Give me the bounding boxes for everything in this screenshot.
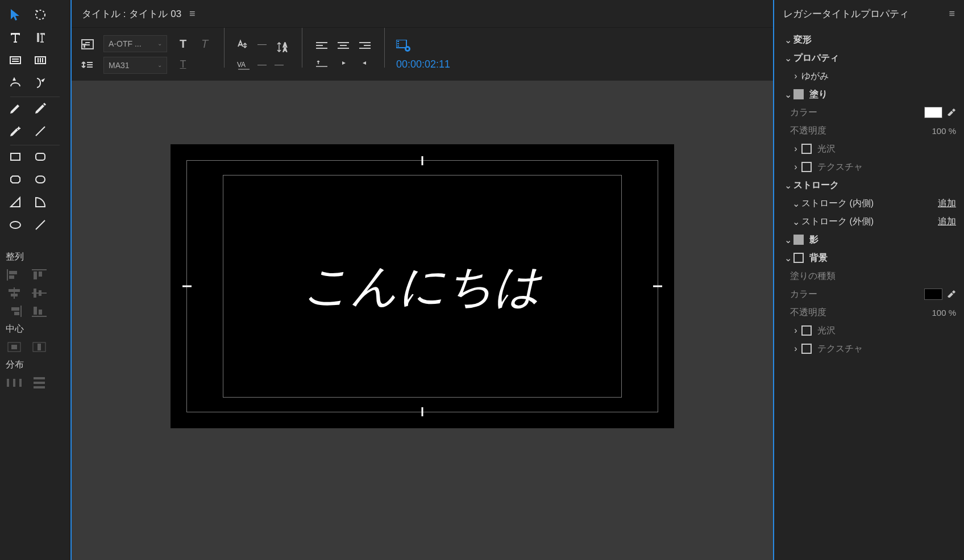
bg-texture-label[interactable]: テクスチャ (817, 343, 956, 355)
bg-opacity-value[interactable]: 100 % (932, 308, 956, 317)
vertical-area-type-tool[interactable] (30, 51, 51, 69)
line2-tool[interactable] (30, 216, 51, 234)
rotate-tool[interactable] (30, 6, 51, 24)
gloss-label[interactable]: 光沢 (817, 143, 956, 155)
pen-tool[interactable] (5, 99, 26, 118)
font-style-select[interactable]: MA31⌄ (103, 57, 167, 74)
shadow-checkbox[interactable] (793, 235, 804, 245)
ellipse-tool[interactable] (5, 216, 26, 234)
fill-checkbox[interactable] (793, 89, 804, 99)
add-outer-stroke[interactable]: 追加 (938, 216, 956, 228)
rounded-rect-tool[interactable] (30, 148, 51, 166)
chevron-down-icon[interactable]: ⌄ (790, 216, 801, 227)
background-label[interactable]: 背景 (809, 252, 956, 264)
panel-menu-icon[interactable]: ≡ (189, 8, 196, 20)
distribute-v-icon[interactable] (31, 377, 48, 389)
text-align-right-icon[interactable] (357, 40, 373, 52)
show-video-icon[interactable] (396, 38, 412, 54)
align-top-icon[interactable] (31, 269, 48, 281)
underline-icon[interactable]: T (175, 57, 191, 73)
smooth-pen-tool[interactable] (30, 99, 51, 118)
align-left-icon[interactable] (6, 269, 23, 281)
font-family-select[interactable]: A-OTF ...⌄ (103, 35, 167, 52)
center-h-icon[interactable] (6, 341, 23, 353)
rectangle-tool[interactable] (5, 148, 26, 166)
eyedropper-icon[interactable] (947, 107, 956, 118)
svg-rect-18 (39, 290, 41, 296)
leading-value[interactable]: — (275, 60, 284, 70)
center-v-icon[interactable] (31, 341, 48, 353)
transform-label[interactable]: 変形 (793, 34, 956, 46)
wedge-tool[interactable] (5, 193, 26, 211)
selection-tool[interactable] (5, 6, 26, 24)
align-vcenter-icon[interactable] (31, 287, 48, 299)
template-icon[interactable]: T (80, 36, 95, 52)
vertical-type-tool[interactable] (30, 28, 51, 47)
tab-left-icon[interactable] (335, 57, 351, 69)
distribute-h-icon[interactable] (6, 377, 23, 389)
chevron-down-icon[interactable]: ⌄ (790, 198, 801, 209)
tab-right-icon[interactable] (357, 57, 373, 69)
gloss-checkbox[interactable] (801, 144, 812, 154)
chevron-down-icon[interactable]: ⌄ (782, 53, 793, 64)
chevron-right-icon[interactable]: › (790, 144, 801, 154)
rounded-rect2-tool[interactable] (30, 170, 51, 189)
texture-checkbox[interactable] (801, 162, 812, 172)
roll-crawl-icon[interactable] (80, 57, 95, 73)
vertical-path-type-tool[interactable] (30, 74, 51, 92)
chevron-down-icon[interactable]: ⌄ (782, 180, 793, 191)
stroke-label[interactable]: ストローク (793, 179, 956, 191)
align-right-icon[interactable] (6, 305, 23, 317)
align-bottom-icon[interactable] (31, 305, 48, 317)
svg-rect-43 (397, 45, 399, 47)
font-size-icon[interactable] (236, 36, 252, 52)
svg-rect-4 (36, 153, 45, 160)
leading-icon[interactable]: AA (275, 39, 290, 55)
fill-color-swatch[interactable] (924, 107, 942, 118)
tab-icon[interactable] (314, 57, 330, 69)
clipped-rect-tool[interactable] (5, 170, 26, 189)
chevron-down-icon[interactable]: ⌄ (782, 35, 793, 45)
bg-gloss-label[interactable]: 光沢 (817, 325, 956, 337)
kern-value[interactable]: — (257, 60, 267, 70)
bg-color-label: カラー (790, 289, 924, 300)
italic-icon[interactable]: T (197, 36, 213, 52)
bg-gloss-checkbox[interactable] (801, 325, 812, 336)
timecode[interactable]: 00:00:02:11 (396, 58, 450, 70)
chevron-right-icon[interactable]: › (790, 325, 801, 336)
chevron-right-icon[interactable]: › (790, 162, 801, 172)
texture-label[interactable]: テクスチャ (817, 161, 956, 173)
size-value[interactable]: — (257, 39, 267, 49)
chevron-down-icon[interactable]: ⌄ (782, 235, 793, 245)
add-inner-stroke[interactable]: 追加 (938, 198, 956, 210)
path-type-tool[interactable] (5, 74, 26, 92)
area-type-tool[interactable] (5, 51, 26, 69)
bg-color-swatch[interactable] (924, 289, 942, 300)
chevron-down-icon[interactable]: ⌄ (782, 253, 793, 264)
kerning-icon[interactable]: VA (236, 57, 252, 73)
type-tool[interactable] (5, 28, 26, 47)
align-hcenter-icon[interactable] (6, 287, 23, 299)
fill-label[interactable]: 塗り (809, 89, 956, 101)
fill-opacity-value[interactable]: 100 % (932, 126, 956, 136)
shadow-label[interactable]: 影 (809, 234, 956, 246)
background-checkbox[interactable] (793, 253, 804, 263)
bg-texture-checkbox[interactable] (801, 344, 812, 354)
text-align-left-icon[interactable] (314, 40, 330, 52)
props-menu-icon[interactable]: ≡ (949, 8, 955, 20)
chevron-right-icon[interactable]: › (790, 344, 801, 354)
distort-label[interactable]: ゆがみ (801, 70, 956, 82)
stroke-inner-label[interactable]: ストローク (内側) (801, 198, 938, 210)
bold-icon[interactable]: T (175, 36, 191, 52)
chevron-right-icon[interactable]: › (790, 71, 801, 81)
stroke-outer-label[interactable]: ストローク (外側) (801, 216, 938, 228)
line-tool[interactable] (30, 122, 51, 140)
arc-tool[interactable] (30, 193, 51, 211)
text-align-center-icon[interactable] (335, 40, 351, 52)
properties-label[interactable]: プロパティ (793, 52, 956, 64)
title-canvas[interactable]: こんにちは (171, 144, 674, 428)
title-text-content[interactable]: こんにちは (171, 144, 674, 428)
chevron-down-icon[interactable]: ⌄ (782, 89, 793, 100)
eyedropper-icon[interactable] (947, 289, 956, 300)
add-anchor-tool[interactable] (5, 122, 26, 140)
